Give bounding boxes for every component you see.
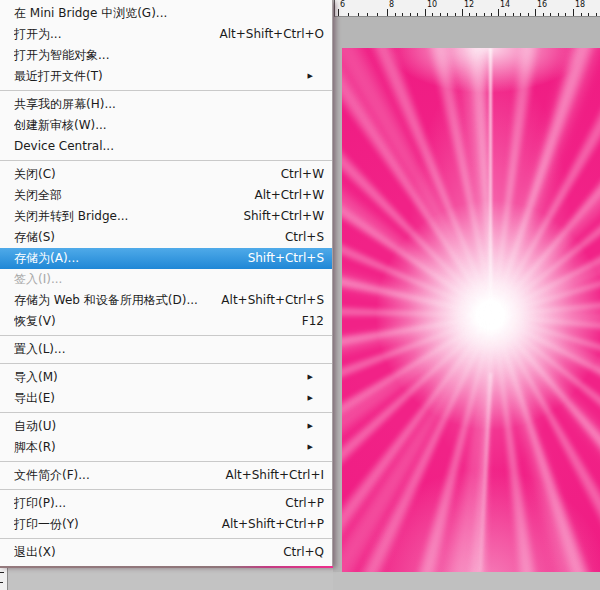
canvas-image[interactable] (342, 48, 600, 572)
menu-separator (0, 535, 332, 542)
ruler-tick (367, 13, 368, 16)
menu-item-save-as[interactable]: 存储为(A)...Shift+Ctrl+S (0, 248, 332, 269)
menu-item-label: 打开为智能对象... (14, 45, 109, 66)
ruler-tick (410, 13, 411, 16)
menu-item-automate[interactable]: 自动(U)▶ (0, 416, 332, 437)
menu-item-shortcut: Ctrl+Q (265, 542, 324, 563)
menu-item-close[interactable]: 关闭(C)Ctrl+W (0, 164, 332, 185)
ruler-tick (558, 13, 559, 16)
ruler-label: 12 (464, 1, 474, 9)
menu-item-label: 最近打开文件(T) (14, 66, 103, 87)
ruler-tick (338, 9, 339, 16)
menu-item-import[interactable]: 导入(M)▶ (0, 367, 332, 388)
ruler-tick (596, 13, 597, 16)
menu-item-save[interactable]: 存储(S)Ctrl+S (0, 227, 332, 248)
menu-item-check-in[interactable]: 签入(I)... (0, 269, 332, 290)
ruler-tick (535, 9, 536, 16)
menu-item-close-and-go-to-bridge[interactable]: 关闭并转到 Bridge...Shift+Ctrl+W (0, 206, 332, 227)
menu-item-label: 打印一份(Y) (14, 514, 79, 535)
menu-item-file-info[interactable]: 文件简介(F)...Alt+Shift+Ctrl+I (0, 465, 332, 486)
menu-item-shortcut: Shift+Ctrl+S (230, 248, 324, 269)
ruler-label: 18 (575, 1, 585, 9)
ruler-tick (543, 13, 544, 16)
ruler-tick (358, 13, 359, 16)
menu-separator (0, 486, 332, 493)
ruler-tick (0, 572, 4, 573)
ruler-tick (425, 9, 426, 16)
menu-item-label: 在 Mini Bridge 中浏览(G)... (14, 3, 167, 24)
menu-item-label: 脚本(R) (14, 437, 56, 458)
menu-item-open-as-smart-object[interactable]: 打开为智能对象... (0, 45, 332, 66)
menu-item-exit[interactable]: 退出(X)Ctrl+Q (0, 542, 332, 563)
ruler-tick (417, 13, 418, 16)
menu-item-label: 存储为 Web 和设备所用格式(D)... (14, 290, 198, 311)
menu-item-share-my-screen[interactable]: 共享我的屏幕(H)... (0, 94, 332, 115)
file-menu: 在 Mini Bridge 中浏览(G)...打开为...Alt+Shift+C… (0, 0, 333, 566)
menu-item-label: Device Central... (14, 136, 114, 157)
ruler-tick (462, 9, 463, 16)
ruler-label: 6 (340, 1, 345, 9)
vertical-ruler[interactable] (0, 568, 8, 590)
menu-item-label: 创建新审核(W)... (14, 115, 107, 136)
submenu-arrow-icon: ▶ (308, 416, 313, 437)
menu-item-label: 关闭(C) (14, 164, 56, 185)
menu-item-revert[interactable]: 恢复(V)F12 (0, 311, 332, 332)
menu-item-create-new-review[interactable]: 创建新审核(W)... (0, 115, 332, 136)
menu-item-browse-in-mini-bridge[interactable]: 在 Mini Bridge 中浏览(G)... (0, 3, 332, 24)
ruler-tick (573, 9, 574, 16)
submenu-arrow-icon: ▶ (308, 437, 313, 458)
ruler-tick (476, 13, 477, 16)
menu-item-place[interactable]: 置入(L)... (0, 339, 332, 360)
ruler-tick (505, 13, 506, 16)
ruler-tick (440, 13, 441, 16)
menu-separator (0, 157, 332, 164)
menu-item-open-as[interactable]: 打开为...Alt+Shift+Ctrl+O (0, 24, 332, 45)
menu-separator (0, 87, 332, 94)
submenu-arrow-icon: ▶ (308, 367, 313, 388)
menu-item-shortcut: Alt+Shift+Ctrl+O (202, 24, 324, 45)
menu-separator (0, 409, 332, 416)
ruler-label: 8 (389, 1, 394, 9)
menu-item-label: 打开为... (14, 24, 61, 45)
menu-item-label: 置入(L)... (14, 339, 66, 360)
menu-item-save-for-web[interactable]: 存储为 Web 和设备所用格式(D)...Alt+Shift+Ctrl+S (0, 290, 332, 311)
menu-item-label: 存储(S) (14, 227, 55, 248)
ruler-tick (550, 13, 551, 16)
canvas-vertical-streak-top (489, 48, 492, 326)
horizontal-ruler[interactable]: 681012141618 (334, 0, 600, 17)
ruler-tick (0, 582, 3, 583)
submenu-arrow-icon: ▶ (308, 66, 313, 87)
menu-item-label: 退出(X) (14, 542, 56, 563)
menu-item-label: 导入(M) (14, 367, 58, 388)
ruler-tick (520, 13, 521, 16)
menu-item-label: 关闭全部 (14, 185, 62, 206)
menu-item-close-all[interactable]: 关闭全部Alt+Ctrl+W (0, 185, 332, 206)
ruler-tick (377, 13, 378, 16)
menu-item-print[interactable]: 打印(P)...Ctrl+P (0, 493, 332, 514)
ruler-tick (498, 9, 499, 16)
ruler-tick (513, 13, 514, 16)
ruler-tick (491, 13, 492, 16)
menu-item-label: 导出(E) (14, 388, 55, 409)
ruler-tick (528, 13, 529, 16)
menu-item-shortcut: Shift+Ctrl+W (225, 206, 324, 227)
menu-item-open-recent[interactable]: 最近打开文件(T)▶ (0, 66, 332, 87)
menu-separator (0, 332, 332, 339)
menu-separator (0, 360, 332, 367)
menu-item-shortcut: F12 (284, 311, 324, 332)
menu-item-device-central[interactable]: Device Central... (0, 136, 332, 157)
ruler-tick (469, 13, 470, 16)
menu-item-print-one-copy[interactable]: 打印一份(Y)Alt+Shift+Ctrl+P (0, 514, 332, 535)
menu-item-label: 共享我的屏幕(H)... (14, 94, 116, 115)
menu-separator (0, 458, 332, 465)
ruler-tick (395, 13, 396, 16)
menu-item-scripts[interactable]: 脚本(R)▶ (0, 437, 332, 458)
ruler-tick (447, 13, 448, 16)
ruler-tick (387, 9, 388, 16)
ruler-tick (484, 13, 485, 16)
menu-item-label: 文件简介(F)... (14, 465, 90, 486)
ruler-tick (402, 13, 403, 16)
menu-item-export[interactable]: 导出(E)▶ (0, 388, 332, 409)
menu-item-label: 打印(P)... (14, 493, 66, 514)
menu-item-shortcut: Alt+Shift+Ctrl+P (204, 514, 324, 535)
